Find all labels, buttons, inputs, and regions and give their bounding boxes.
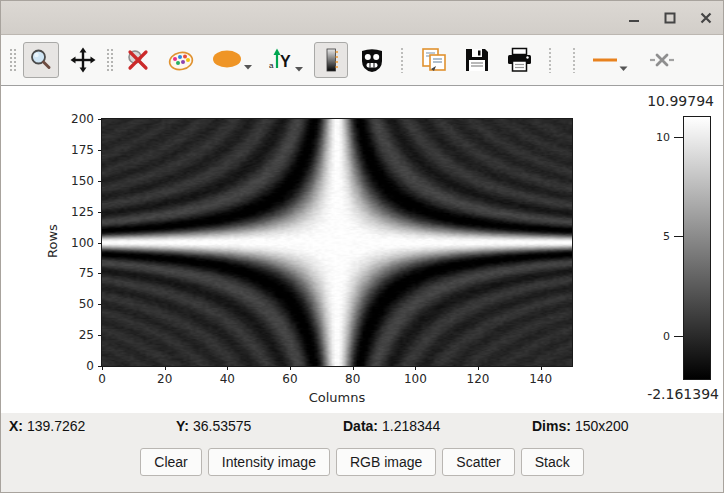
colorbar-tick-mark bbox=[674, 336, 684, 337]
mask-tool-button[interactable] bbox=[354, 42, 390, 78]
toolbar: a Y bbox=[1, 35, 723, 86]
colorbar-min-label: -2.161394 bbox=[647, 386, 719, 402]
x-axis-label: Columns bbox=[309, 390, 366, 405]
y-autoscale-button[interactable]: a Y bbox=[263, 42, 308, 78]
y-tick-label: 25 bbox=[79, 328, 94, 342]
y-tick-mark bbox=[98, 366, 102, 367]
y-tick-mark bbox=[98, 335, 102, 336]
figure-canvas-area: Columns Rows 020406080100120140025507510… bbox=[1, 86, 724, 413]
y-tick-label: 100 bbox=[71, 236, 94, 250]
remove-profile-button[interactable] bbox=[644, 42, 680, 78]
svg-text:a: a bbox=[269, 61, 274, 70]
save-icon bbox=[464, 47, 490, 73]
line-profile-button[interactable] bbox=[587, 42, 633, 78]
colormap-palette-button[interactable] bbox=[162, 42, 200, 78]
status-data: Data:1.218344 bbox=[343, 418, 440, 434]
x-tick-label: 20 bbox=[157, 372, 172, 386]
status-y-label: Y: bbox=[176, 418, 189, 434]
toolbar-separator bbox=[400, 47, 405, 73]
heatmap-canvas[interactable] bbox=[102, 119, 572, 366]
x-tick-mark bbox=[541, 366, 542, 370]
minimize-button[interactable] bbox=[623, 7, 645, 29]
palette-icon bbox=[167, 47, 195, 73]
toolbar-drag-handle[interactable] bbox=[9, 47, 16, 73]
y-tick-label: 200 bbox=[71, 112, 94, 126]
print-button[interactable] bbox=[501, 42, 538, 78]
x-tick-mark bbox=[102, 366, 103, 370]
zoom-icon bbox=[28, 47, 54, 73]
status-x-label: X: bbox=[9, 418, 23, 434]
remove-profile-icon bbox=[649, 47, 675, 73]
colorbar-tick-mark bbox=[674, 236, 684, 237]
chevron-down-icon bbox=[244, 64, 252, 70]
x-tick-mark bbox=[227, 366, 228, 370]
y-tick-mark bbox=[98, 150, 102, 151]
mask-icon bbox=[359, 47, 385, 73]
maximize-icon bbox=[664, 12, 676, 24]
y-tick-label: 175 bbox=[71, 143, 94, 157]
y-tick-mark bbox=[98, 273, 102, 274]
y-tick-label: 150 bbox=[71, 174, 94, 188]
svg-text:Y: Y bbox=[280, 53, 291, 70]
window-controls bbox=[623, 1, 717, 34]
y-tick-label: 0 bbox=[86, 359, 94, 373]
status-data-value: 1.218344 bbox=[382, 418, 440, 434]
colorbar-toggle-button[interactable] bbox=[314, 42, 348, 78]
colorbar-tick-mark bbox=[674, 137, 684, 138]
bottom-panel: X:139.7262 Y:36.53575 Data:1.218344 Dims… bbox=[1, 413, 723, 492]
status-x: X:139.7262 bbox=[9, 418, 85, 434]
pan-tool-button[interactable] bbox=[65, 42, 101, 78]
statusbar: X:139.7262 Y:36.53575 Data:1.218344 Dims… bbox=[1, 413, 723, 439]
toolbar-drag-handle[interactable] bbox=[106, 47, 113, 73]
x-tick-label: 100 bbox=[404, 372, 427, 386]
x-tick-mark bbox=[353, 366, 354, 370]
colorbar-tick-label: 0 bbox=[663, 329, 670, 342]
ellipse-roi-icon bbox=[211, 49, 243, 71]
y-tick-mark bbox=[98, 119, 102, 120]
toolbar-separator bbox=[548, 47, 553, 73]
x-tick-label: 60 bbox=[282, 372, 297, 386]
x-tick-label: 80 bbox=[345, 372, 360, 386]
y-tick-mark bbox=[98, 243, 102, 244]
y-axis-label: Rows bbox=[45, 224, 60, 258]
zoom-reset-button[interactable] bbox=[120, 42, 156, 78]
status-dims: Dims:150x200 bbox=[532, 418, 629, 434]
copy-annotation-button[interactable] bbox=[415, 42, 453, 78]
zoom-reset-icon bbox=[125, 47, 151, 73]
maximize-button[interactable] bbox=[659, 7, 681, 29]
scatter-button[interactable]: Scatter bbox=[442, 448, 514, 476]
x-tick-label: 40 bbox=[220, 372, 235, 386]
stack-button[interactable]: Stack bbox=[521, 448, 584, 476]
status-x-value: 139.7262 bbox=[27, 418, 85, 434]
x-tick-mark bbox=[478, 366, 479, 370]
close-button[interactable] bbox=[695, 7, 717, 29]
status-dims-label: Dims: bbox=[532, 418, 571, 434]
chevron-down-icon bbox=[295, 66, 303, 72]
colorbar: 10.99794 -2.161394 0510 bbox=[683, 116, 711, 380]
colorbar-tick-label: 5 bbox=[663, 230, 670, 243]
y-tick-label: 50 bbox=[79, 297, 94, 311]
x-tick-mark bbox=[290, 366, 291, 370]
save-button[interactable] bbox=[459, 42, 495, 78]
footer-buttons: Clear Intensity image RGB image Scatter … bbox=[1, 448, 723, 476]
image-plot[interactable]: Columns Rows 020406080100120140025507510… bbox=[101, 118, 573, 367]
y-tick-mark bbox=[98, 181, 102, 182]
colorbar-tick-label: 10 bbox=[656, 130, 670, 143]
minimize-icon bbox=[628, 12, 640, 24]
ellipse-roi-button[interactable] bbox=[206, 44, 257, 76]
intensity-image-button[interactable]: Intensity image bbox=[208, 448, 330, 476]
x-tick-mark bbox=[165, 366, 166, 370]
close-icon bbox=[700, 12, 712, 24]
clear-button[interactable]: Clear bbox=[140, 448, 201, 476]
print-icon bbox=[506, 47, 533, 73]
zoom-tool-button[interactable] bbox=[23, 42, 59, 78]
chevron-down-icon bbox=[619, 65, 628, 72]
pan-icon bbox=[70, 47, 96, 73]
copy-annotation-icon bbox=[420, 47, 448, 73]
status-y-value: 36.53575 bbox=[193, 418, 251, 434]
rgb-image-button[interactable]: RGB image bbox=[336, 448, 436, 476]
x-tick-label: 140 bbox=[529, 372, 552, 386]
status-y: Y:36.53575 bbox=[176, 418, 251, 434]
status-dims-value: 150x200 bbox=[575, 418, 629, 434]
line-profile-icon bbox=[592, 47, 618, 73]
